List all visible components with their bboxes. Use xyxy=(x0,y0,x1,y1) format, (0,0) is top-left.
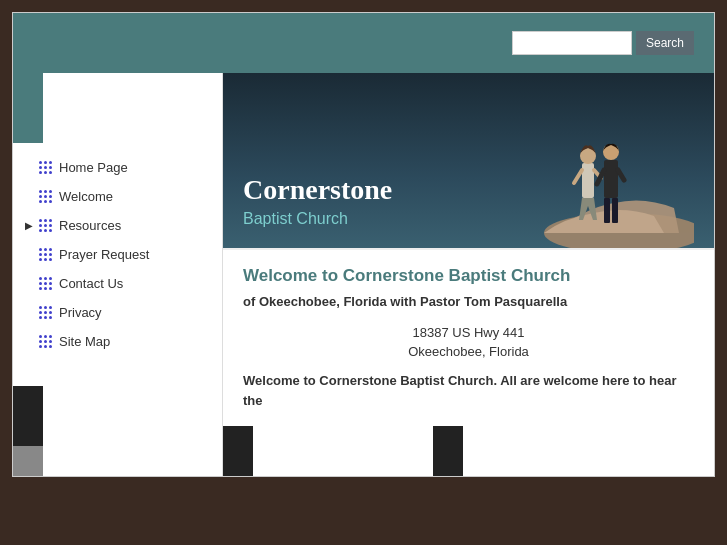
welcome-title: Welcome to Cornerstone Baptist Church xyxy=(243,266,694,286)
content-area: Welcome to Cornerstone Baptist Church of… xyxy=(223,248,714,426)
sidebar-item-contact-label: Contact Us xyxy=(59,276,123,291)
nav-dots-homepage xyxy=(39,161,53,175)
sidebar-item-homepage-label: Home Page xyxy=(59,160,128,175)
sidebar-item-privacy-label: Privacy xyxy=(59,305,102,320)
sidebar-item-resources[interactable]: ▶ Resources xyxy=(13,211,222,240)
sidebar-item-resources-label: Resources xyxy=(59,218,121,233)
sidebar-item-prayer[interactable]: Prayer Request xyxy=(13,240,222,269)
hero-subtitle: Baptist Church xyxy=(243,210,392,228)
sidebar-top-accent xyxy=(13,73,43,143)
svg-rect-1 xyxy=(582,163,594,198)
sidebar-item-prayer-label: Prayer Request xyxy=(59,247,149,262)
body-area: Home Page Welcome ▶ xyxy=(13,73,714,476)
content-subtitle: of Okeechobee, Florida with Pastor Tom P… xyxy=(243,294,694,309)
nav-dots-sitemap xyxy=(39,335,53,349)
sidebar-item-sitemap-label: Site Map xyxy=(59,334,110,349)
search-input[interactable] xyxy=(512,31,632,55)
sidebar-item-welcome-label: Welcome xyxy=(59,189,113,204)
svg-rect-5 xyxy=(604,160,618,198)
svg-line-3 xyxy=(574,170,582,183)
hero-text: Cornerstone Baptist Church xyxy=(243,174,392,228)
hero-people-illustration xyxy=(494,78,694,248)
sidebar-item-homepage[interactable]: Home Page xyxy=(13,153,222,182)
bottom-decoration xyxy=(223,426,714,476)
sidebar-bottom-bar xyxy=(13,386,43,446)
address-line1: 18387 US Hwy 441 xyxy=(243,325,694,340)
nav-arrow-resources: ▶ xyxy=(25,220,33,231)
sidebar-item-contact[interactable]: Contact Us xyxy=(13,269,222,298)
sidebar-item-privacy[interactable]: Privacy xyxy=(13,298,222,327)
content-body-text: Welcome to Cornerstone Baptist Church. A… xyxy=(243,371,694,410)
bottom-mid-bar xyxy=(433,426,463,476)
sidebar-nav: Home Page Welcome ▶ xyxy=(13,143,222,386)
bottom-left-bar xyxy=(223,426,253,476)
content-body-strong: Welcome to Cornerstone Baptist Church. A… xyxy=(243,373,676,408)
hero-title: Cornerstone xyxy=(243,174,392,206)
sidebar-item-welcome[interactable]: Welcome xyxy=(13,182,222,211)
svg-line-8 xyxy=(618,170,624,180)
hero-area: Cornerstone Baptist Church xyxy=(223,73,714,248)
sidebar: Home Page Welcome ▶ xyxy=(13,73,223,476)
outer-frame: Search Home Page xyxy=(12,12,715,477)
nav-dots-welcome xyxy=(39,190,53,204)
sidebar-bottom-accent xyxy=(13,386,222,476)
svg-rect-9 xyxy=(604,198,610,223)
sidebar-bottom-bar2 xyxy=(13,446,43,476)
svg-rect-10 xyxy=(612,198,618,223)
header-bar: Search xyxy=(13,13,714,73)
nav-dots-prayer xyxy=(39,248,53,262)
sidebar-item-sitemap[interactable]: Site Map xyxy=(13,327,222,356)
bottom-left-spacer xyxy=(253,426,433,476)
search-area: Search xyxy=(512,31,694,55)
nav-dots-privacy xyxy=(39,306,53,320)
search-button[interactable]: Search xyxy=(636,31,694,55)
nav-dots-contact xyxy=(39,277,53,291)
main-content: Cornerstone Baptist Church Welcome to Co… xyxy=(223,73,714,476)
page-wrapper: Search Home Page xyxy=(0,0,727,545)
nav-dots-resources xyxy=(39,219,53,233)
address-line2: Okeechobee, Florida xyxy=(243,344,694,359)
bottom-rest xyxy=(463,426,714,476)
